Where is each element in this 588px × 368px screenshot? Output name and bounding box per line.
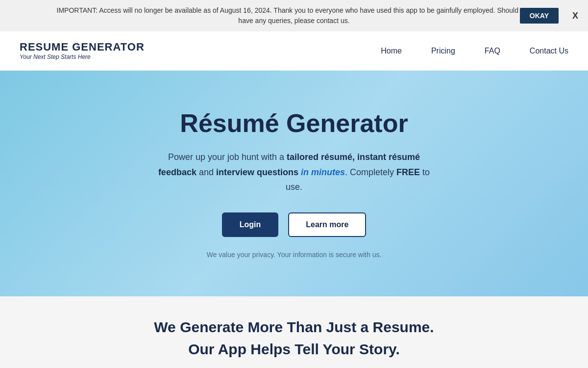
hero-desc-and: and	[196, 167, 216, 177]
banner-okay-button[interactable]: OKAY	[520, 8, 559, 24]
nav-item-pricing[interactable]: Pricing	[431, 47, 455, 55]
hero-desc-prefix: Power up your job hunt with a	[168, 152, 287, 162]
nav-link-pricing[interactable]: Pricing	[431, 47, 455, 55]
logo: RESUME GENERATOR Your Next Step Starts H…	[20, 41, 145, 60]
privacy-text: We value your privacy. Your information …	[207, 251, 382, 259]
hero-section: Résumé Generator Power up your job hunt …	[0, 71, 588, 296]
nav-link-home[interactable]: Home	[381, 47, 402, 55]
below-hero-section: We Generate More Than Just a Resume. Our…	[0, 296, 588, 368]
hero-desc-bold2: interview questions	[216, 167, 298, 177]
nav-item-faq[interactable]: FAQ	[485, 47, 500, 55]
hero-title: Résumé Generator	[180, 108, 408, 138]
announcement-banner: IMPORTANT: Access will no longer be avai…	[0, 0, 588, 31]
below-hero-title: We Generate More Than Just a Resume. Our…	[154, 316, 434, 360]
logo-subtitle: Your Next Step Starts Here	[20, 53, 145, 60]
logo-title: RESUME GENERATOR	[20, 41, 145, 53]
navbar: RESUME GENERATOR Your Next Step Starts H…	[0, 31, 588, 71]
hero-desc-suffix: . Completely	[345, 167, 396, 177]
login-button[interactable]: Login	[222, 212, 279, 237]
hero-desc-italic: in minutes	[298, 167, 345, 177]
hero-buttons: Login Learn more	[222, 212, 367, 237]
hero-desc-free: FREE	[396, 167, 420, 177]
nav-item-contact[interactable]: Contact Us	[530, 47, 568, 55]
banner-close-button[interactable]: X	[572, 11, 578, 21]
nav-links: Home Pricing FAQ Contact Us	[381, 47, 568, 55]
below-line1: We Generate More Than Just a Resume.	[154, 319, 434, 335]
hero-description: Power up your job hunt with a tailored r…	[152, 150, 436, 195]
learn-more-button[interactable]: Learn more	[288, 212, 366, 237]
nav-link-contact[interactable]: Contact Us	[530, 47, 568, 55]
below-line2: Our App Helps Tell Your Story.	[188, 341, 400, 357]
banner-text: IMPORTANT: Access will no longer be avai…	[54, 5, 534, 26]
nav-item-home[interactable]: Home	[381, 47, 402, 55]
nav-link-faq[interactable]: FAQ	[485, 47, 500, 55]
